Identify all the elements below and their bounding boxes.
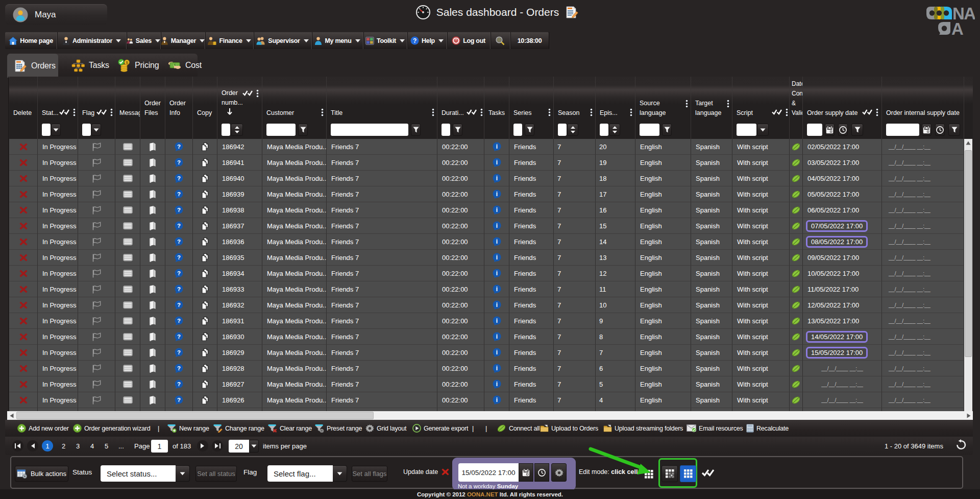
svg-text:?: ? (177, 175, 181, 181)
svg-text:?: ? (177, 317, 181, 323)
svg-text:?: ? (177, 349, 181, 355)
svg-text:?: ? (177, 301, 181, 307)
svg-text:i: i (496, 142, 497, 150)
svg-text:i: i (496, 222, 497, 229)
svg-text:?: ? (177, 254, 181, 260)
svg-text:i: i (496, 253, 497, 260)
svg-text:i: i (496, 237, 497, 245)
svg-text:i: i (496, 332, 497, 340)
svg-text:i: i (496, 285, 497, 292)
svg-text:?: ? (177, 365, 181, 371)
svg-text:?: ? (177, 238, 181, 244)
svg-text:i: i (496, 317, 497, 324)
svg-text:i: i (496, 380, 497, 387)
svg-text:?: ? (177, 191, 181, 197)
svg-text:i: i (496, 206, 497, 213)
svg-text:?: ? (177, 143, 181, 149)
svg-text:i: i (496, 301, 497, 308)
svg-text:i: i (496, 364, 497, 371)
svg-text:?: ? (413, 37, 416, 44)
svg-text:A: A (951, 19, 964, 36)
svg-text:?: ? (177, 286, 181, 292)
svg-text:i: i (496, 158, 497, 165)
svg-text:i: i (496, 348, 497, 355)
svg-text:?: ? (177, 333, 181, 339)
svg-text:?: ? (177, 222, 181, 228)
svg-text:?: ? (177, 396, 181, 402)
svg-text:?: ? (177, 381, 181, 387)
svg-text:i: i (496, 269, 497, 276)
svg-text:?: ? (177, 159, 181, 165)
svg-text:?: ? (177, 206, 181, 212)
svg-text:i: i (496, 174, 497, 181)
svg-text:i: i (496, 190, 497, 197)
svg-text:i: i (496, 396, 497, 403)
svg-text:?: ? (177, 270, 181, 276)
